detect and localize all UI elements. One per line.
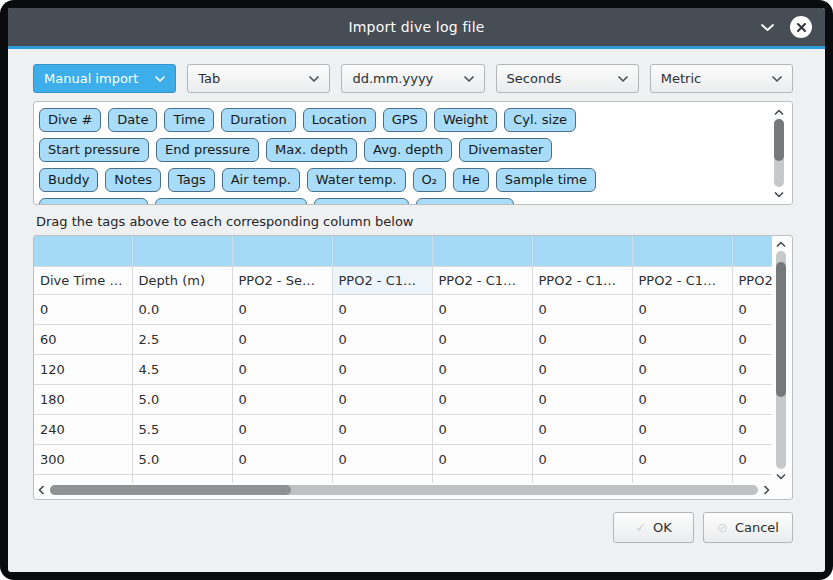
- tag-max-depth[interactable]: Max. depth: [266, 138, 357, 162]
- scrollbar-track[interactable]: [776, 251, 786, 469]
- scroll-down-icon[interactable]: [774, 189, 784, 199]
- table-cell: 0: [632, 324, 732, 354]
- cancel-button[interactable]: ⊘ Cancel: [703, 512, 793, 543]
- tag-buddy[interactable]: Buddy: [39, 168, 98, 192]
- tag-sample-cns[interactable]: Sample CNS: [416, 198, 514, 205]
- combo-duration-format[interactable]: Seconds: [496, 64, 639, 93]
- column-header[interactable]: PPO2 - C1…: [432, 266, 532, 294]
- tag-dive[interactable]: Dive #: [39, 108, 101, 132]
- table-cell: 240: [34, 414, 132, 444]
- tag-o[interactable]: O₂: [413, 168, 446, 192]
- table-cell: 0: [332, 294, 432, 324]
- tag-duration[interactable]: Duration: [221, 108, 295, 132]
- table-cell: 0: [34, 294, 132, 324]
- close-icon: [796, 22, 807, 33]
- column-drop-target[interactable]: [132, 236, 232, 266]
- tag-time[interactable]: Time: [164, 108, 214, 132]
- ok-button[interactable]: ✓ OK: [613, 512, 694, 543]
- column-header[interactable]: PPO2 - C1…: [632, 266, 732, 294]
- tag-weight[interactable]: Weight: [434, 108, 497, 132]
- scrollbar-thumb[interactable]: [50, 485, 291, 495]
- column-drop-target[interactable]: [732, 236, 772, 266]
- chevron-down-icon: [760, 23, 775, 32]
- chevron-down-icon: [308, 75, 320, 83]
- column-drop-target[interactable]: [632, 236, 732, 266]
- tag-end-pressure[interactable]: End pressure: [156, 138, 259, 162]
- column-drop-target[interactable]: [34, 236, 132, 266]
- table-cell: 0: [732, 354, 772, 384]
- titlebar[interactable]: Import dive log file: [8, 8, 825, 46]
- column-header[interactable]: Depth (m): [132, 266, 232, 294]
- column-header[interactable]: PPO2 - C1…: [332, 266, 432, 294]
- scrollbar-thumb[interactable]: [774, 119, 784, 161]
- scroll-up-icon[interactable]: [776, 239, 786, 249]
- tag-avg-depth[interactable]: Avg. depth: [364, 138, 452, 162]
- tag-date[interactable]: Date: [108, 108, 157, 132]
- table-cell: 0: [332, 354, 432, 384]
- tag-start-pressure[interactable]: Start pressure: [39, 138, 149, 162]
- table-cell: 0: [532, 354, 632, 384]
- tag-sample-depth[interactable]: Sample depth: [39, 198, 148, 205]
- table-cell: 0: [732, 444, 772, 474]
- column-drop-target[interactable]: [332, 236, 432, 266]
- column-drop-target[interactable]: [232, 236, 332, 266]
- tag-notes[interactable]: Notes: [105, 168, 161, 192]
- scroll-left-icon[interactable]: [38, 485, 45, 495]
- table-cell: 0: [232, 414, 332, 444]
- tag-row: Sample depthSample temperatureSample pO₂…: [39, 198, 764, 205]
- combo-selected-value: Tab: [198, 71, 220, 86]
- column-header[interactable]: PPO2 - C1…: [732, 266, 772, 294]
- import-options-row: Manual importTabdd.mm.yyyySecondsMetric: [33, 64, 793, 93]
- scroll-down-icon[interactable]: [776, 471, 786, 481]
- column-drop-target[interactable]: [532, 236, 632, 266]
- table-cell: 0: [732, 294, 772, 324]
- tag-air-temp[interactable]: Air temp.: [222, 168, 300, 192]
- tag-cyl-size[interactable]: Cyl. size: [504, 108, 576, 132]
- dialog-content: Manual importTabdd.mm.yyyySecondsMetric …: [8, 49, 825, 572]
- tag-tags[interactable]: Tags: [168, 168, 215, 192]
- shade-window-button[interactable]: [760, 23, 775, 32]
- table-cell: [232, 474, 332, 483]
- tag-location[interactable]: Location: [303, 108, 376, 132]
- tag-sample-time[interactable]: Sample time: [496, 168, 596, 192]
- tag-water-temp[interactable]: Water temp.: [307, 168, 406, 192]
- scrollbar-track[interactable]: [774, 119, 784, 187]
- table-row: 2405.5000000: [34, 414, 772, 444]
- table-cell: 0: [332, 444, 432, 474]
- column-header[interactable]: PPO2 - C1…: [532, 266, 632, 294]
- column-header[interactable]: Dive Time …: [34, 266, 132, 294]
- ok-ghost-icon: ✓: [635, 520, 646, 535]
- scrollbar-track[interactable]: [50, 485, 758, 495]
- combo-field-separator[interactable]: Tab: [187, 64, 330, 93]
- tag-pool-vertical-scrollbar[interactable]: [770, 107, 788, 199]
- table-horizontal-scrollbar[interactable]: [38, 483, 770, 497]
- column-mapping-table: Dive Time …Depth (m)PPO2 - Se…PPO2 - C1……: [33, 235, 793, 500]
- dialog-buttons: ✓ OK ⊘ Cancel: [33, 512, 793, 543]
- table-cell: 5.0: [132, 444, 232, 474]
- combo-import-source[interactable]: Manual import: [33, 64, 176, 93]
- close-window-button[interactable]: [790, 16, 812, 38]
- tag-he[interactable]: He: [453, 168, 489, 192]
- table-vertical-scrollbar[interactable]: [772, 239, 790, 481]
- table-cell: 0: [432, 444, 532, 474]
- combo-selected-value: Manual import: [44, 71, 138, 86]
- tag-gps[interactable]: GPS: [383, 108, 427, 132]
- import-dive-log-dialog: Import dive log file Manual importTabdd.…: [8, 8, 825, 572]
- combo-units[interactable]: Metric: [650, 64, 793, 93]
- tag-row: Dive #DateTimeDurationLocationGPSWeightC…: [39, 108, 764, 132]
- chevron-down-icon: [463, 75, 475, 83]
- scroll-right-icon[interactable]: [763, 485, 770, 495]
- tag-divemaster[interactable]: Divemaster: [459, 138, 552, 162]
- instruction-text: Drag the tags above to each correspondin…: [36, 214, 793, 229]
- scroll-up-icon[interactable]: [774, 107, 784, 117]
- table-cell: 0: [532, 384, 632, 414]
- column-drop-target[interactable]: [432, 236, 532, 266]
- combo-date-format[interactable]: dd.mm.yyyy: [341, 64, 484, 93]
- column-header[interactable]: PPO2 - Se…: [232, 266, 332, 294]
- scrollbar-thumb[interactable]: [776, 262, 786, 397]
- table-cell: 0: [332, 414, 432, 444]
- table-cell: 0: [232, 294, 332, 324]
- tag-sample-temperature[interactable]: Sample temperature: [155, 198, 308, 205]
- tag-sample-po[interactable]: Sample pO₂: [314, 198, 409, 205]
- table-cell: [732, 474, 772, 483]
